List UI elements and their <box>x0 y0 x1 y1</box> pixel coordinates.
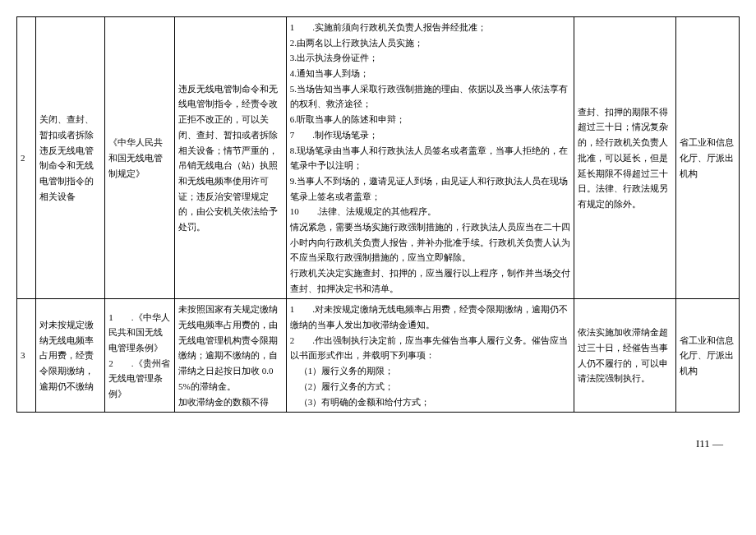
row-number: 3 <box>17 299 36 413</box>
row-limit: 依法实施加收滞纳金超过三十日，经催告当事人仍不履行的，可以申请法院强制执行。 <box>574 299 675 413</box>
row-limit: 查封、扣押的期限不得超过三十日；情况复杂的，经行政机关负责人批准，可以延长，但是… <box>574 17 675 299</box>
table-row: 3对未按规定缴纳无线电频率占用费，经责令限期缴纳，逾期仍不缴纳1 .《中华人民共… <box>17 299 740 413</box>
row-criteria: 未按照国家有关规定缴纳无线电频率占用费的，由无线电管理机构责令限期缴纳；逾期不缴… <box>175 299 287 413</box>
row-number: 2 <box>17 17 36 299</box>
row-criteria: 违反无线电管制命令和无线电管制指令，经责令改正拒不改正的，可以关闭、查封、暂扣或… <box>175 17 287 299</box>
page-number: I11 — <box>16 437 740 450</box>
regulation-table: 2关闭、查封、暂扣或者拆除违反无线电管制命令和无线电管制指令的相关设备《中华人民… <box>16 16 740 413</box>
row-dept: 省工业和信息化厅、厅派出机构 <box>676 17 740 299</box>
row-dept: 省工业和信息化厅、厅派出机构 <box>676 299 740 413</box>
row-procedure: 1 .对未按规定缴纳无线电频率占用费，经责令限期缴纳，逾期仍不缴纳的当事人发出加… <box>286 299 574 413</box>
row-procedure: 1 .实施前须向行政机关负责人报告并经批准；2.由两名以上行政执法人员实施；3.… <box>286 17 574 299</box>
row-basis: 《中华人民共和国无线电管制规定》 <box>105 17 175 299</box>
row-basis: 1 .《中华人民共和国无线电管理条例》2 .《贵州省无线电管理条例》 <box>105 299 175 413</box>
row-title: 关闭、查封、暂扣或者拆除违反无线电管制命令和无线电管制指令的相关设备 <box>35 17 105 299</box>
table-row: 2关闭、查封、暂扣或者拆除违反无线电管制命令和无线电管制指令的相关设备《中华人民… <box>17 17 740 299</box>
row-title: 对未按规定缴纳无线电频率占用费，经责令限期缴纳，逾期仍不缴纳 <box>35 299 105 413</box>
